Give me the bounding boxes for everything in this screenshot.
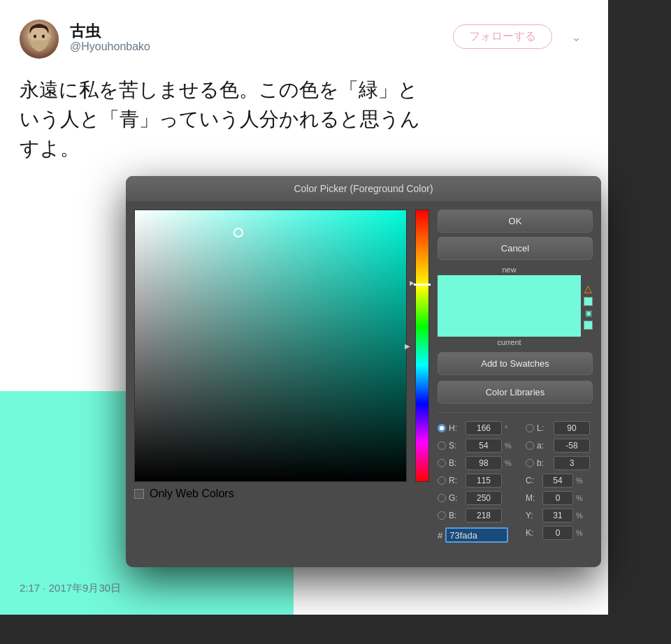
color-libraries-button[interactable]: Color Libraries	[438, 381, 593, 404]
c-field-row: C: %	[526, 474, 590, 488]
avatar-image	[20, 20, 59, 59]
m-unit: %	[576, 494, 586, 502]
cancel-button[interactable]: Cancel	[438, 237, 593, 260]
b3-label: b:	[537, 458, 551, 468]
g-label: G:	[449, 493, 463, 503]
k-field-row: K: %	[526, 526, 590, 540]
left-fields: H: ° S: % B:	[438, 421, 514, 543]
b2-radio[interactable]	[438, 511, 446, 520]
gradient-right-arrow: ▶	[405, 342, 410, 350]
s-field-row: S: %	[438, 439, 514, 453]
hex-hash: #	[438, 530, 442, 541]
b3-input[interactable]	[554, 456, 590, 470]
m-input[interactable]	[542, 491, 573, 505]
b-label: B:	[449, 458, 463, 468]
preview-wrapper: new current △ ▣	[438, 265, 593, 346]
a-label: a:	[537, 441, 551, 451]
add-to-swatches-button[interactable]: Add to Swatches	[438, 352, 593, 375]
k-unit: %	[576, 529, 586, 537]
a-radio[interactable]	[526, 441, 534, 450]
ok-button[interactable]: OK	[438, 210, 593, 233]
b-unit: %	[505, 459, 514, 467]
preview-icons: △ ▣	[584, 283, 593, 330]
hex-row: #	[438, 527, 514, 543]
hue-indicator	[414, 284, 431, 286]
avatar	[20, 20, 59, 59]
preview-boxes: new current	[438, 265, 581, 346]
only-web-colors-section: Only Web Colors	[134, 488, 407, 500]
cube-icon: ▣	[585, 309, 592, 318]
k-input[interactable]	[542, 526, 573, 540]
preview-section: new current △ ▣	[438, 265, 593, 346]
gradient-canvas[interactable]: ▶	[134, 210, 407, 482]
hue-slider-container[interactable]: ▶	[414, 210, 431, 482]
l-input[interactable]	[554, 421, 590, 435]
user-handle: @Hyouhonbako	[70, 41, 150, 53]
color-swatch-small[interactable]	[584, 321, 593, 330]
l-field-row: L:	[526, 421, 590, 435]
l-label: L:	[537, 423, 551, 433]
b3-radio[interactable]	[526, 459, 534, 467]
picker-content: ▶ Only Web Colors ▶ OK Cancel	[126, 201, 601, 567]
hue-arrow-left: ▶	[410, 279, 414, 286]
c-input[interactable]	[542, 474, 573, 488]
h-radio[interactable]	[438, 424, 446, 432]
divider	[438, 412, 593, 413]
hue-slider-wrapper[interactable]: ▶	[415, 210, 429, 482]
only-web-colors-label: Only Web Colors	[150, 488, 234, 500]
b3-field-row: b:	[526, 456, 590, 470]
user-name: 古虫	[70, 21, 101, 42]
s-input[interactable]	[466, 439, 502, 453]
m-label: M:	[526, 493, 540, 503]
web-safe-swatch[interactable]	[584, 297, 593, 306]
all-fields: H: ° S: % B:	[438, 421, 593, 543]
r-input[interactable]	[466, 474, 502, 488]
r-radio[interactable]	[438, 476, 446, 485]
picker-title: Color Picker (Foreground Color)	[294, 183, 433, 194]
tweet-line3: すよ。	[20, 138, 80, 159]
warning-icon: △	[584, 283, 592, 294]
m-field-row: M: %	[526, 491, 590, 505]
c-unit: %	[576, 476, 586, 485]
tweet-line1: 永遠に私を苦しませる色。この色を「緑」と	[20, 79, 418, 101]
hue-slider[interactable]	[415, 210, 429, 482]
y-label: Y:	[526, 511, 540, 520]
svg-point-2	[34, 35, 36, 38]
b-radio[interactable]	[438, 459, 446, 467]
right-fields: L: a: b:	[526, 421, 590, 543]
button-group: OK Cancel	[438, 210, 593, 260]
g-radio[interactable]	[438, 494, 446, 502]
h-unit: °	[505, 424, 514, 432]
tweet-text: 永遠に私を苦しませる色。この色を「緑」と いう人と「青」っていう人分かれると思う…	[20, 75, 586, 163]
chevron-down-icon[interactable]: ⌄	[571, 29, 582, 45]
s-unit: %	[505, 441, 514, 450]
k-label: K:	[526, 528, 540, 538]
y-input[interactable]	[542, 508, 573, 522]
r-field-row: R:	[438, 474, 514, 488]
right-column: OK Cancel new current △ ▣	[438, 210, 593, 559]
a-input[interactable]	[554, 439, 590, 453]
picker-titlebar: Color Picker (Foreground Color)	[126, 176, 601, 201]
b2-input[interactable]	[466, 508, 502, 522]
only-web-colors-checkbox[interactable]	[134, 489, 144, 499]
follow-button[interactable]: フォローする	[453, 24, 552, 49]
s-label: S:	[449, 441, 463, 451]
timestamp: 2:17 · 2017年9月30日	[20, 582, 121, 595]
h-input[interactable]	[466, 421, 502, 435]
gradient-area[interactable]: ▶ Only Web Colors	[134, 210, 407, 559]
l-radio[interactable]	[526, 424, 534, 432]
y-field-row: Y: %	[526, 508, 590, 522]
h-label: H:	[449, 423, 463, 433]
g-input[interactable]	[466, 491, 502, 505]
current-color-box	[438, 306, 581, 337]
gradient-cursor	[233, 228, 243, 237]
a-field-row: a:	[526, 439, 590, 453]
s-radio[interactable]	[438, 441, 446, 450]
hex-input[interactable]	[445, 527, 508, 543]
y-unit: %	[576, 511, 586, 520]
new-label: new	[438, 265, 581, 274]
color-picker-dialog: Color Picker (Foreground Color) ▶ Only W…	[126, 176, 601, 567]
b-input[interactable]	[466, 456, 502, 470]
b2-label: B:	[449, 511, 463, 520]
tweet-line2: いう人と「青」っていう人分かれると思うん	[20, 108, 420, 130]
